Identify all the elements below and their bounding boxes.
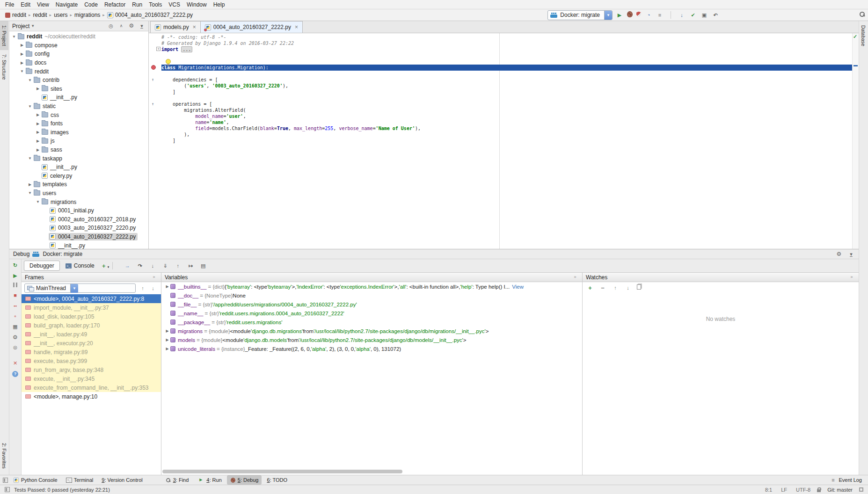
toolwindow-button-database[interactable]: Database [859,21,868,51]
frame-row[interactable]: handle, migrate.py:89 [22,348,161,356]
frame-row[interactable]: build_graph, loader.py:170 [22,321,161,330]
menu-item-tools[interactable]: Tools [146,0,165,9]
caret-position[interactable]: 8:1 [763,487,774,493]
resume-button[interactable]: ▶ [12,272,19,279]
float-panel-icon[interactable]: » [571,274,579,281]
add-tab-button[interactable]: +▾ [100,262,109,269]
chevron-expanded-icon[interactable]: ▼ [27,156,33,160]
code-line[interactable]: ), [149,131,852,138]
tree-item-0002-auto-20160327-2018-py[interactable]: 0002_auto_20160327_2018.py [9,215,148,224]
breadcrumb-item-0004-auto-20160327-2222-py[interactable]: 0004_auto_20160327_2222.py [106,11,194,19]
collapse-all-button[interactable]: ∧ [117,22,125,30]
frame-row[interactable]: execute_from_command_line, __init__.py:3… [22,383,161,392]
remove-watch-button[interactable]: − [599,284,606,291]
override-marker-icon[interactable]: ↑ [152,101,154,107]
tree-item-config[interactable]: ▶config [9,50,148,58]
copy-watch-button[interactable] [637,284,641,291]
variable-row[interactable]: __doc__ = {NoneType}None [161,291,582,300]
code-line[interactable]: ] [149,138,852,144]
frame-row[interactable]: run_from_argv, base.py:348 [22,365,161,374]
tree-item-css[interactable]: ▶css [9,110,148,119]
search-everywhere-button[interactable] [859,11,865,19]
coverage-button[interactable] [636,12,641,19]
breadcrumb-item-reddit[interactable]: reddit [32,11,49,19]
breakpoint-icon[interactable] [151,65,156,70]
code-line[interactable]: ↑ dependencies = [ [149,77,852,83]
tree-item-init-py[interactable]: __init__.py [9,163,148,172]
error-stripe[interactable]: ✓ [852,33,859,249]
variable-row[interactable]: __file__ = {str}'/app/reddit/users/migra… [161,300,582,309]
debug-tab-debugger[interactable]: Debugger [24,261,60,271]
chevron-collapsed-icon[interactable]: ▶ [19,52,25,56]
code-line[interactable] [149,71,852,77]
variable-row[interactable]: ▶migrations = {module}<module 'django.db… [161,327,582,335]
tree-item-0003-auto-20160327-2220-py[interactable]: 0003_auto_20160327_2220.py [9,224,148,232]
show-execution-point-button[interactable]: → [124,262,131,269]
chevron-collapsed-icon[interactable]: ▶ [164,338,170,342]
menu-item-refactor[interactable]: Refactor [101,0,129,9]
close-icon[interactable]: × [193,24,196,30]
frame-row[interactable]: load_disk, loader.py:105 [22,312,161,321]
tree-item-sass[interactable]: ▶sass [9,145,148,154]
variable-row[interactable]: ▶models = {module}<module 'django.db.mod… [161,335,582,344]
settings-button[interactable]: ⚙ [128,22,135,30]
view-value-link[interactable]: View [512,284,524,290]
code-line[interactable]: class Migration(migrations.Migration): [149,65,852,71]
code-line[interactable]: +import ... [149,46,852,52]
breadcrumb-item-reddit[interactable]: reddit [4,11,28,19]
chevron-collapsed-icon[interactable]: ▶ [164,347,170,351]
stop-button[interactable]: ■ [12,291,19,299]
frame-row[interactable]: <module>, 0004_auto_20160327_2222.py:8 [22,294,161,303]
code-line[interactable]: # Generated by Django 1.9.4 on 2016-03-2… [149,40,852,46]
tree-item-reddit[interactable]: ▼reddit [9,67,148,76]
run-button[interactable]: ▶ [616,11,623,19]
chevron-collapsed-icon[interactable]: ▶ [27,182,33,187]
run-to-cursor-button[interactable]: ↦ [187,262,194,269]
tree-item-migrations[interactable]: ▼migrations [9,197,148,206]
tree-item-sites[interactable]: ▶sites [9,85,148,94]
pause-button[interactable] [13,282,17,289]
locate-button[interactable]: ◎ [107,22,115,30]
tree-item-contrib[interactable]: ▼contrib [9,76,148,85]
float-panel-icon[interactable]: » [848,274,855,281]
toolwindow-button-7-structure[interactable]: 7: Structure [0,50,8,84]
close-button[interactable]: ✕ [12,360,19,367]
move-down-watch-button[interactable]: ↓ [624,284,632,291]
previous-frame-button[interactable]: ↑ [139,284,146,292]
toolwindow-button-2-favorites[interactable]: 2: Favorites [0,439,8,473]
chevron-collapsed-icon[interactable]: ▶ [19,61,25,65]
frame-row[interactable]: execute, base.py:399 [22,356,161,365]
breadcrumb-item-users[interactable]: users [52,11,69,19]
settings-button[interactable]: ⚙ [835,250,843,258]
tree-item-compose[interactable]: ▶compose [9,41,148,50]
menu-item-edit[interactable]: Edit [17,0,34,9]
menu-item-file[interactable]: File [2,0,17,9]
readonly-lock-icon[interactable] [817,489,821,492]
tree-item-js[interactable]: ▶js [9,137,148,145]
code-line[interactable]: ↑ operations = [ [149,101,852,107]
frame-row[interactable]: <module>, manage.py:10 [22,392,161,401]
frame-row[interactable]: __init__, loader.py:49 [22,330,161,339]
tree-item-init-py[interactable]: __init__.py [9,241,148,249]
tree-item-taskapp[interactable]: ▼taskapp [9,154,148,163]
intention-bulb-icon[interactable] [166,59,171,64]
tree-item-images[interactable]: ▶images [9,128,148,137]
file-encoding[interactable]: UTF-8 [794,487,813,493]
chevron-collapsed-icon[interactable]: ▶ [19,43,25,47]
vcs-update-button[interactable]: ↓ [678,11,686,19]
close-icon[interactable]: × [295,24,298,30]
tree-item-celery-py[interactable]: celery.py [9,172,148,181]
settings-button[interactable]: ⚙ [12,334,19,341]
code-line[interactable]: name='name', [149,119,852,125]
toolwindow-button-terminal[interactable]: >_Terminal [63,476,97,484]
code-line[interactable]: field=models.CharField(blank=True, max_l… [149,125,852,131]
mute-breakpoints-button[interactable]: ● [12,312,19,320]
toolwindow-button-9-version-control[interactable]: 9: Version Control [98,476,146,484]
chevron-collapsed-icon[interactable]: ▶ [35,139,41,143]
tree-item-static[interactable]: ▼static [9,102,148,111]
menu-item-code[interactable]: Code [81,0,101,9]
toolwindow-button-3-find[interactable]: 3: Find [162,475,192,485]
variable-row[interactable]: ▶unicode_literals = {instance}_Feature: … [161,344,582,353]
tree-item-0004-auto-20160327-2222-py[interactable]: 0004_auto_20160327_2222.py [9,232,148,241]
toolwindow-toggle-icon[interactable] [5,487,10,492]
